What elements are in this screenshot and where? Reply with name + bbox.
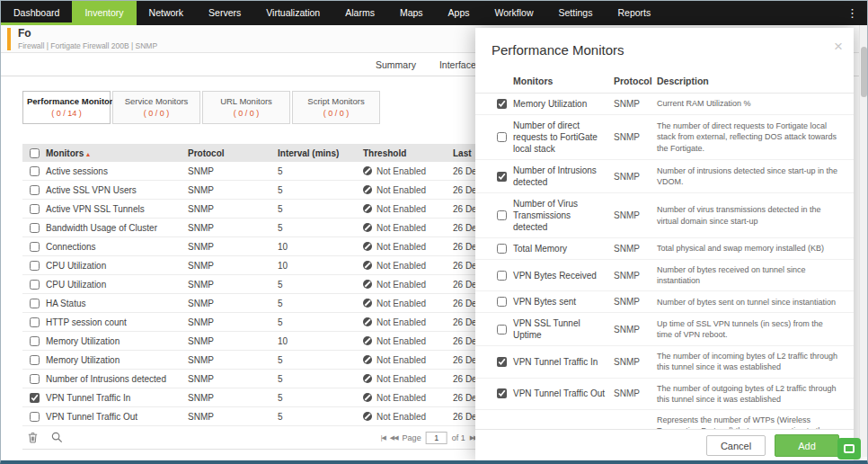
row-checkbox[interactable] [30, 261, 40, 271]
modal-row-checkbox[interactable] [497, 297, 507, 307]
monitor-protocol: SNMP [188, 280, 278, 290]
column-header-protocol[interactable]: Protocol [188, 148, 278, 158]
row-checkbox[interactable] [30, 317, 40, 327]
modal-monitor-name: Number of Intrusions detected [513, 165, 614, 188]
modal-monitor-protocol: SNMP [614, 172, 653, 182]
row-checkbox-cell [22, 393, 46, 403]
row-checkbox[interactable] [30, 166, 40, 176]
modal-monitor-protocol: SNMP [614, 99, 653, 109]
modal-title: Performance Monitors [475, 28, 854, 68]
modal-column-monitors: Monitors [513, 76, 614, 86]
modal-row-checkbox[interactable] [497, 325, 507, 335]
modal-row-checkbox-cell [490, 210, 513, 220]
nav-item-maps[interactable]: Maps [387, 1, 436, 25]
nav-item-alarms[interactable]: Alarms [332, 1, 387, 25]
monitor-protocol: SNMP [188, 166, 278, 176]
cancel-button[interactable]: Cancel [706, 435, 766, 456]
monitor-tab-label: Service Monitors [117, 96, 196, 106]
modal-row-checkbox[interactable] [497, 244, 507, 254]
monitor-protocol: SNMP [188, 393, 278, 403]
threshold-status: Not Enabled [376, 261, 426, 271]
nav-item-inventory[interactable]: Inventory [72, 1, 136, 25]
threshold-cell: Not Enabled [363, 166, 453, 176]
select-all-checkbox[interactable] [30, 148, 40, 158]
threshold-status: Not Enabled [376, 412, 426, 422]
monitor-name: VPN Tunnel Traffic Out [46, 412, 188, 422]
prev-page-icon[interactable]: ◀◀ [390, 434, 398, 442]
nav-item-reports[interactable]: Reports [605, 1, 663, 25]
search-icon[interactable] [50, 431, 64, 444]
nav-item-servers[interactable]: Servers [196, 1, 253, 25]
modal-row-checkbox[interactable] [497, 271, 507, 281]
first-page-icon[interactable]: |◀ [381, 434, 385, 442]
row-checkbox[interactable] [30, 280, 40, 290]
row-checkbox[interactable] [30, 299, 40, 308]
modal-row-checkbox[interactable] [497, 132, 507, 142]
modal-row-checkbox-cell [490, 172, 513, 182]
modal-monitor-name: VPN Tunnel Traffic In [513, 356, 614, 368]
row-checkbox-cell [22, 412, 46, 422]
breadcrumb: Firewall | Fortigate Firewall 200B | SNM… [18, 41, 157, 50]
vertical-scrollbar[interactable] [859, 25, 867, 457]
modal-column-description: Description [653, 76, 839, 86]
close-icon[interactable]: × [834, 39, 843, 54]
monitor-tab[interactable]: Script Monitors( 0 / 0 ) [292, 91, 380, 124]
monitor-tab[interactable]: URL Monitors( 0 / 0 ) [202, 91, 290, 124]
threshold-status: Not Enabled [376, 166, 426, 176]
modal-monitor-name: Memory Utilization [513, 98, 614, 110]
modal-row-checkbox[interactable] [497, 357, 507, 367]
pagination: |◀ ◀◀ Page of 1 ▶▶ ▶| [381, 432, 487, 444]
performance-monitors-modal: Performance Monitors × Monitors Protocol… [475, 28, 854, 461]
monitor-name: VPN Tunnel Traffic In [46, 393, 188, 403]
modal-table-row: Total MemorySNMPTotal physical and swap … [475, 238, 854, 260]
nav-item-workflow[interactable]: Workflow [483, 1, 546, 25]
not-enabled-icon [363, 299, 372, 308]
row-checkbox[interactable] [30, 223, 40, 233]
modal-monitor-protocol: SNMP [614, 244, 653, 254]
modal-row-checkbox[interactable] [497, 99, 507, 109]
row-checkbox[interactable] [30, 185, 40, 195]
row-checkbox[interactable] [30, 204, 40, 214]
row-checkbox-cell [22, 317, 46, 327]
nav-item-virtualization[interactable]: Virtualization [253, 1, 332, 25]
modal-row-checkbox[interactable] [497, 210, 507, 220]
monitor-interval: 5 [278, 374, 363, 384]
threshold-cell: Not Enabled [363, 374, 453, 384]
monitor-interval: 5 [278, 412, 363, 422]
row-checkbox[interactable] [30, 374, 40, 384]
row-checkbox[interactable] [30, 393, 40, 403]
modal-header-row: Monitors Protocol Description [475, 68, 854, 94]
tab-summary[interactable]: Summary [364, 53, 428, 76]
monitor-interval: 5 [278, 317, 363, 327]
kebab-menu-icon[interactable]: ⋮ [837, 1, 867, 25]
delete-icon[interactable] [26, 431, 40, 444]
row-checkbox[interactable] [30, 336, 40, 346]
row-checkbox[interactable] [30, 355, 40, 365]
monitor-interval: 5 [278, 280, 363, 290]
threshold-status: Not Enabled [376, 223, 426, 233]
feedback-widget-icon[interactable] [837, 438, 861, 460]
page-number-input[interactable] [426, 432, 447, 444]
column-header-monitors[interactable]: Monitors▴ [46, 148, 188, 158]
modal-row-checkbox[interactable] [497, 172, 507, 182]
monitor-name: Connections [46, 242, 188, 252]
modal-row-checkbox[interactable] [497, 388, 507, 398]
nav-item-apps[interactable]: Apps [436, 1, 483, 25]
monitor-name: Memory Utilization [46, 336, 188, 346]
monitor-tab[interactable]: Performance Monitors( 0 / 14 ) [22, 91, 111, 124]
threshold-cell: Not Enabled [363, 204, 453, 214]
monitor-interval: 5 [278, 299, 363, 308]
row-checkbox-cell [22, 355, 46, 365]
row-checkbox[interactable] [30, 242, 40, 252]
row-checkbox-cell [22, 185, 46, 195]
add-button[interactable]: Add [775, 434, 839, 457]
nav-item-settings[interactable]: Settings [546, 1, 606, 25]
nav-item-network[interactable]: Network [137, 1, 197, 25]
row-checkbox[interactable] [30, 412, 40, 422]
scrollbar-thumb[interactable] [861, 47, 867, 97]
column-header-interval[interactable]: Interval (mins) [278, 148, 363, 158]
nav-item-dashboard[interactable]: Dashboard [1, 1, 72, 25]
monitor-protocol: SNMP [188, 204, 278, 214]
column-header-threshold[interactable]: Threshold [363, 148, 453, 158]
monitor-tab[interactable]: Service Monitors( 0 / 0 ) [112, 91, 200, 124]
